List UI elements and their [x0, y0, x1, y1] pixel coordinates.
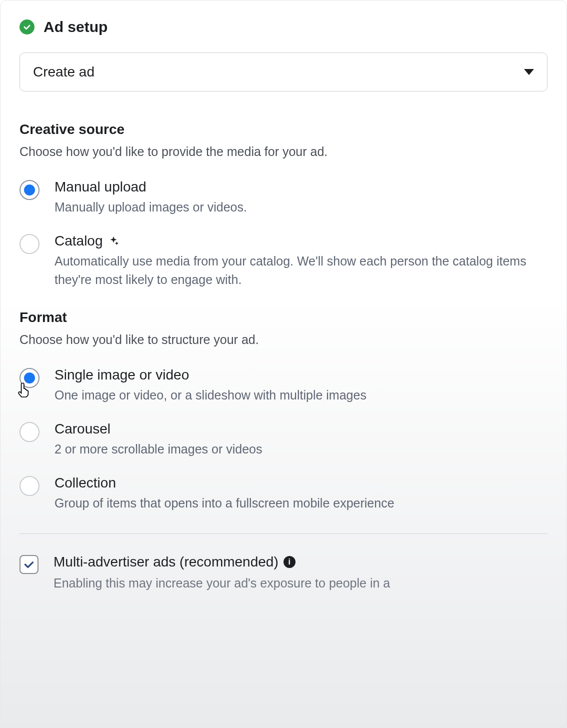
- creative-source-heading: Creative source: [20, 122, 548, 138]
- radio-carousel[interactable]: Carousel 2 or more scrollable images or …: [20, 421, 548, 458]
- radio-manual-upload[interactable]: Manual upload Manually upload images or …: [20, 179, 548, 216]
- checkbox-indicator: [20, 555, 38, 574]
- radio-indicator: [20, 476, 40, 496]
- dropdown-selected-value: Create ad: [33, 64, 94, 80]
- checkbox-label: Multi-advertiser ads (recommended) i: [54, 554, 548, 570]
- radio-label: Carousel: [54, 421, 548, 437]
- checkbox-description: Enabling this may increase your ad's exp…: [54, 574, 548, 592]
- format-radio-group: Single image or video One image or video…: [20, 367, 548, 512]
- radio-description: One image or video, or a slideshow with …: [54, 386, 548, 404]
- multi-advertiser-checkbox-row[interactable]: Multi-advertiser ads (recommended) i Ena…: [20, 554, 548, 592]
- radio-indicator: [20, 180, 40, 200]
- radio-description: Automatically use media from your catalo…: [54, 252, 548, 288]
- radio-catalog[interactable]: Catalog Automatically use media from you…: [20, 233, 548, 288]
- sparkle-icon: [108, 236, 119, 246]
- creative-source-radio-group: Manual upload Manually upload images or …: [20, 179, 548, 288]
- ad-type-dropdown[interactable]: Create ad: [20, 52, 548, 92]
- format-heading: Format: [20, 310, 548, 326]
- radio-label: Single image or video: [54, 367, 548, 383]
- radio-single-image-video[interactable]: Single image or video One image or video…: [20, 367, 548, 404]
- radio-description: Group of items that opens into a fullscr…: [54, 494, 548, 512]
- radio-description: Manually upload images or videos.: [54, 198, 548, 216]
- radio-collection[interactable]: Collection Group of items that opens int…: [20, 475, 548, 512]
- info-icon[interactable]: i: [284, 556, 296, 568]
- radio-indicator: [20, 368, 40, 388]
- radio-label: Catalog: [54, 233, 548, 249]
- radio-indicator: [20, 234, 40, 254]
- radio-indicator: [20, 422, 40, 442]
- format-subheading: Choose how you'd like to structure your …: [20, 332, 548, 347]
- divider: [20, 534, 548, 534]
- creative-source-subheading: Choose how you'd like to provide the med…: [20, 144, 548, 159]
- radio-description: 2 or more scrollable images or videos: [54, 440, 548, 458]
- radio-label: Collection: [54, 475, 548, 491]
- radio-label: Manual upload: [54, 179, 548, 195]
- panel-title: Ad setup: [44, 18, 108, 36]
- checkmark-icon: [20, 20, 34, 34]
- panel-header: Ad setup: [20, 18, 548, 36]
- caret-down-icon: [524, 69, 534, 75]
